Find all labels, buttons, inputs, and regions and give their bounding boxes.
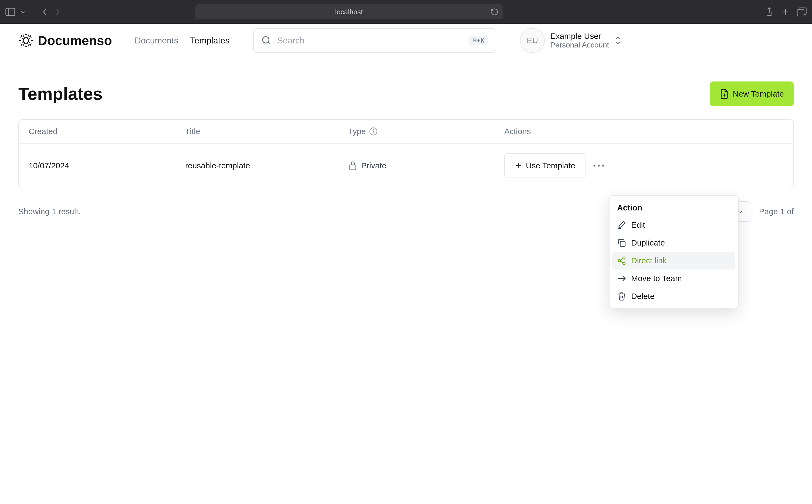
action-menu-title: Action: [612, 198, 735, 216]
new-template-label: New Template: [733, 89, 784, 98]
svg-point-20: [373, 130, 374, 130]
page-title: Templates: [18, 84, 103, 104]
browser-chrome: localhost: [0, 0, 812, 24]
svg-point-7: [26, 46, 26, 47]
use-template-button[interactable]: Use Template: [504, 153, 586, 178]
forward-button: [53, 7, 63, 17]
search-shortcut: ⌘+K: [469, 36, 488, 45]
new-template-button[interactable]: New Template: [710, 81, 794, 106]
svg-point-28: [623, 257, 625, 259]
svg-line-15: [268, 42, 270, 44]
svg-point-12: [21, 45, 22, 45]
svg-rect-27: [620, 241, 625, 246]
table-row: 10/07/2024 reusable-template Private Use…: [19, 143, 793, 188]
action-menu: Action Edit Duplicate Direct link Move t…: [609, 195, 739, 308]
chevron-down-icon[interactable]: [18, 7, 28, 17]
svg-point-11: [30, 36, 31, 37]
search-placeholder: Search: [277, 36, 464, 46]
col-header-created: Created: [29, 127, 185, 136]
share-icon[interactable]: [765, 7, 774, 17]
sidebar-toggle-icon[interactable]: [5, 7, 15, 17]
url-bar[interactable]: localhost: [195, 4, 503, 19]
menu-item-direct-link[interactable]: Direct link: [612, 252, 735, 270]
chevron-up-down-icon: [614, 36, 621, 45]
svg-rect-0: [6, 8, 15, 16]
page-of-text: Page 1 of: [759, 207, 794, 216]
app-header: Documenso Documents Templates Search ⌘+K…: [0, 24, 812, 57]
back-button[interactable]: [40, 7, 50, 17]
cell-created: 10/07/2024: [29, 161, 185, 170]
svg-point-6: [26, 34, 26, 35]
brand-icon: [18, 33, 33, 48]
svg-point-13: [30, 45, 31, 45]
showing-text: Showing 1 result.: [18, 207, 80, 216]
account-menu[interactable]: EU Example User Personal Account: [520, 28, 621, 53]
info-icon[interactable]: [369, 127, 378, 136]
svg-rect-21: [350, 165, 356, 170]
avatar: EU: [520, 28, 545, 53]
account-name: Example User: [550, 32, 609, 41]
svg-point-9: [32, 40, 32, 41]
cell-title[interactable]: reusable-template: [185, 161, 348, 170]
search-icon: [261, 35, 271, 46]
account-sub: Personal Account: [550, 41, 609, 49]
menu-item-delete[interactable]: Delete: [612, 287, 735, 305]
col-header-type: Type: [348, 127, 504, 136]
svg-point-26: [602, 165, 604, 167]
svg-point-29: [618, 260, 621, 262]
col-header-actions: Actions: [504, 127, 783, 136]
new-tab-icon[interactable]: [781, 7, 790, 17]
lock-icon: [348, 161, 357, 171]
svg-rect-4: [797, 10, 804, 16]
url-text: localhost: [335, 8, 363, 16]
file-plus-icon: [720, 88, 729, 99]
svg-point-8: [20, 40, 21, 41]
svg-line-31: [620, 258, 623, 260]
search-input[interactable]: Search ⌘+K: [253, 28, 496, 53]
menu-item-move-to-team[interactable]: Move to Team: [612, 270, 735, 287]
svg-point-10: [21, 36, 22, 37]
more-actions-button[interactable]: [593, 164, 604, 167]
col-header-title: Title: [185, 127, 348, 136]
svg-point-24: [593, 165, 595, 167]
brand-name: Documenso: [38, 33, 112, 48]
svg-point-14: [263, 37, 269, 43]
templates-table: Created Title Type Actions 10/07/2024 re…: [18, 119, 794, 188]
refresh-icon[interactable]: [491, 8, 499, 16]
svg-point-30: [623, 262, 625, 265]
menu-item-duplicate[interactable]: Duplicate: [612, 234, 735, 252]
tabs-icon[interactable]: [797, 7, 807, 17]
plus-icon: [515, 162, 522, 169]
svg-line-32: [620, 261, 623, 263]
svg-point-25: [598, 165, 600, 167]
brand[interactable]: Documenso: [18, 33, 112, 48]
nav-templates[interactable]: Templates: [190, 36, 230, 46]
menu-item-edit[interactable]: Edit: [612, 216, 735, 234]
svg-point-5: [23, 38, 29, 43]
type-badge: Private: [348, 161, 386, 171]
nav-documents[interactable]: Documents: [135, 36, 178, 46]
